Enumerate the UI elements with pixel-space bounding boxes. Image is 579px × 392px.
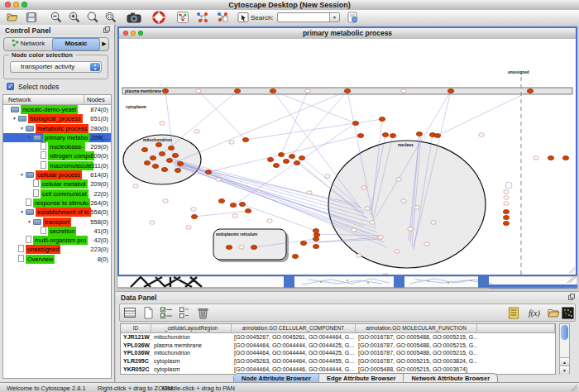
table-cell[interactable]: cytoplasm	[151, 366, 232, 374]
table-row[interactable]: YPL036W__1mitochondrion[GO:0044464, GO:0…	[121, 349, 555, 357]
tab-overflow-arrow[interactable]: ▶	[100, 38, 108, 50]
network-node-highlighted[interactable]	[416, 132, 422, 136]
table-cell[interactable]: cytoplasm	[151, 357, 232, 366]
table-row[interactable]: YLR295Ccytoplasm[GO:0045263, GO:0044464,…	[121, 357, 555, 366]
table-cell[interactable]: YPL036W__2	[121, 342, 151, 350]
network-node-highlighted[interactable]	[313, 229, 318, 233]
table-column-header[interactable]	[477, 324, 555, 332]
network-node-unselected[interactable]	[232, 214, 237, 218]
network-node-unselected[interactable]	[370, 221, 375, 224]
network-node-highlighted[interactable]	[289, 155, 294, 159]
network-node-unselected[interactable]	[378, 236, 383, 239]
table-cell[interactable]: [GO:0044464, GO:0044446, GO:0044444, G..…	[232, 366, 356, 374]
table-cell[interactable]: [GO:0045263, GO:0044464, GO:0044455, G..…	[232, 357, 356, 366]
network-node-highlighted[interactable]	[230, 203, 236, 208]
network-node-unselected[interactable]	[307, 191, 312, 194]
network-node-highlighted[interactable]	[234, 89, 240, 93]
network-node-highlighted[interactable]	[177, 162, 183, 166]
float-panel-icon[interactable]	[568, 294, 575, 300]
network-window-titlebar[interactable]: primary metabolic process	[119, 28, 576, 40]
network-node-unselected[interactable]	[365, 207, 370, 210]
table-cell[interactable]: YLR295C	[121, 357, 151, 366]
network-edge[interactable]	[438, 91, 530, 136]
network-edge[interactable]	[286, 91, 347, 161]
matrix-view-button[interactable]	[561, 306, 575, 320]
network-node-unselected[interactable]	[160, 122, 165, 125]
network-node-unselected[interactable]	[352, 228, 356, 232]
network-node-highlighted[interactable]	[447, 89, 453, 93]
node-color-dropdown[interactable]: transporter activity ▲▼	[10, 61, 102, 73]
network-node-unselected[interactable]	[194, 130, 199, 133]
resize-grip-icon[interactable]	[570, 384, 578, 392]
network-node-highlighted[interactable]	[278, 153, 284, 157]
table-cell[interactable]	[477, 366, 555, 374]
network-node-unselected[interactable]	[395, 250, 400, 253]
network-node-unselected[interactable]	[479, 133, 484, 136]
network-node-highlighted[interactable]	[245, 209, 251, 213]
network-node-highlighted[interactable]	[313, 245, 318, 249]
attribute-list-button[interactable]	[507, 306, 521, 320]
table-row[interactable]: YPL036W__2plasma membrane[GO:0044464, GO…	[121, 342, 555, 350]
network-node-highlighted[interactable]	[503, 222, 509, 226]
tree-expander-icon[interactable]: ▼	[27, 133, 33, 142]
network-node-unselected[interactable]	[191, 208, 196, 211]
tree-row[interactable]: secretion41(0)	[3, 227, 111, 236]
table-cell[interactable]: YJR121W__1	[121, 333, 151, 342]
snapshot-button[interactable]	[127, 11, 140, 24]
search-input[interactable]: ▼	[277, 12, 340, 22]
network-node-highlighted[interactable]	[390, 134, 395, 138]
network-node-highlighted[interactable]	[218, 199, 224, 203]
network-node-highlighted[interactable]	[159, 152, 165, 156]
network-node-unselected[interactable]	[414, 206, 419, 209]
network-canvas[interactable]: plasma membranecytoplasmmitochondrionnuc…	[119, 39, 576, 275]
network-node-highlighted[interactable]	[527, 89, 533, 93]
network-node-highlighted[interactable]	[150, 156, 156, 160]
tree-row[interactable]: multi-organism pro42(0)	[3, 236, 111, 245]
select-all-attributes-button[interactable]	[160, 306, 174, 320]
zoom-out-button[interactable]	[50, 11, 63, 24]
network-node-highlighted[interactable]	[382, 133, 388, 137]
annotation-button[interactable]	[237, 11, 250, 24]
import-attributes-button[interactable]	[547, 306, 561, 320]
network-node-highlighted[interactable]	[251, 246, 256, 250]
table-cell[interactable]: [GO:0005488, GO:0005215, GO:0003674]	[356, 366, 477, 374]
table-cell[interactable]: YPL036W__1	[121, 349, 151, 357]
network-node-unselected[interactable]	[356, 254, 361, 257]
network-node-unselected[interactable]	[534, 156, 538, 160]
network-node-highlighted[interactable]	[379, 117, 385, 122]
network-node-unselected[interactable]	[424, 242, 429, 246]
tab-mosaic[interactable]: Mosaic	[52, 38, 100, 50]
table-cell[interactable]: mitochondrion	[151, 349, 232, 357]
network-node-unselected[interactable]	[186, 226, 191, 229]
stepper-arrows-icon[interactable]: ▲▼	[90, 63, 100, 71]
network-node-unselected[interactable]	[401, 89, 406, 93]
network-node-unselected[interactable]	[216, 178, 221, 181]
network-node-unselected[interactable]	[133, 184, 138, 188]
table-cell[interactable]: mitochondrion	[151, 333, 232, 342]
network-node-highlighted[interactable]	[175, 169, 180, 173]
network-node-highlighted[interactable]	[239, 203, 245, 207]
tree-row[interactable]: cellular metabol209(0)	[3, 179, 111, 189]
table-cell[interactable]: [GO:0016787, GO:0005488, GO:0005215, G..…	[356, 342, 477, 350]
attribute-table-header[interactable]: ID_cellularLayoutRegionannotation.GO CEL…	[121, 324, 555, 333]
network-node-unselected[interactable]	[163, 199, 168, 203]
float-panel-icon[interactable]	[103, 26, 110, 33]
new-attribute-button[interactable]	[141, 306, 156, 320]
network-node-unselected[interactable]	[196, 89, 201, 93]
network-node-unselected[interactable]	[239, 246, 244, 249]
tree-expander-icon[interactable]: ▼	[12, 114, 18, 123]
network-overview-button[interactable]	[176, 11, 189, 24]
network-node-highlighted[interactable]	[205, 170, 211, 174]
network-node-unselected[interactable]	[401, 199, 406, 203]
network-node-highlighted[interactable]	[294, 161, 299, 165]
network-node-unselected[interactable]	[504, 202, 509, 205]
zoom-selected-button[interactable]	[86, 11, 99, 24]
filter-network-button[interactable]	[216, 11, 229, 24]
network-node-highlighted[interactable]	[344, 89, 350, 93]
network-node-unselected[interactable]	[150, 221, 155, 224]
table-cell[interactable]: YKR052C	[121, 366, 151, 374]
network-node-highlighted[interactable]	[267, 158, 273, 162]
table-row[interactable]: YJR121W__1mitochondrion[GO:0045267, GO:0…	[121, 333, 555, 342]
network-node-highlighted[interactable]	[434, 134, 440, 138]
network-node-highlighted[interactable]	[503, 216, 509, 220]
